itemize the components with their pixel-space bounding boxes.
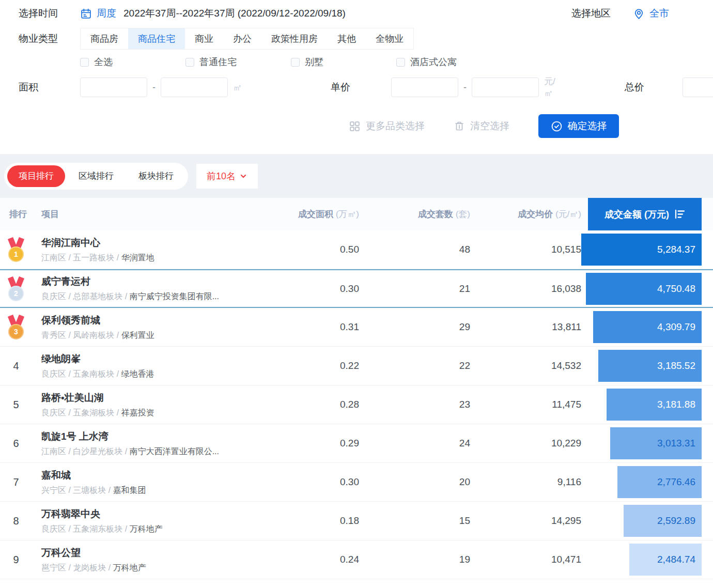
property-type-tab-4[interactable]: 政策性用房: [261, 28, 328, 49]
ranking-tab-2[interactable]: 板块排行: [127, 165, 185, 187]
checkbox-box-icon[interactable]: [396, 58, 405, 67]
property-type-tab-6[interactable]: 全物业: [366, 28, 413, 49]
ranking-tab-1[interactable]: 区域排行: [67, 165, 125, 187]
project-name: 威宁青运村: [41, 275, 271, 288]
subtype-checkbox-1[interactable]: 普通住宅: [185, 56, 291, 68]
rank-number: 7: [13, 476, 19, 488]
deal-count-value: 22: [359, 360, 470, 372]
unit-price-max-input[interactable]: [472, 78, 539, 97]
deal-area-value: 0.50: [271, 244, 359, 255]
project-subtitle: 良庆区 / 五象湖东板块 / 万科地产: [41, 524, 271, 535]
area-max-input[interactable]: [161, 78, 228, 97]
amount-bar: 3,185.52: [598, 350, 702, 382]
property-type-tab-2[interactable]: 商业: [185, 28, 223, 49]
rank-cell: 6: [0, 438, 32, 450]
checkbox-box-icon[interactable]: [291, 58, 300, 67]
checkbox-box-icon[interactable]: [185, 58, 194, 67]
deal-count-value: 20: [359, 476, 470, 488]
table-row[interactable]: 5路桥•壮美山湖良庆区 / 五象湖板块 / 祥嘉投资0.282311,4753,…: [0, 385, 713, 424]
amount-cell: 4,750.48: [581, 270, 702, 307]
unit-price-min-input[interactable]: [391, 78, 458, 97]
avg-price-value: 11,475: [470, 399, 581, 410]
checkbox-box-icon[interactable]: [80, 58, 89, 67]
check-circle-icon: [551, 120, 563, 132]
amount-cell: 2,592.89: [581, 502, 702, 540]
top-n-dropdown[interactable]: 前10名: [196, 164, 258, 189]
deal-area-value: 0.30: [271, 476, 359, 488]
rank-number: 5: [13, 399, 19, 410]
subtype-checkbox-0[interactable]: 全选: [80, 56, 185, 68]
time-range-value[interactable]: 2022年37周--2022年37周 (2022/09/12-2022/09/1…: [123, 7, 346, 20]
subtype-checkbox-2[interactable]: 别墅: [291, 56, 396, 68]
avg-price-value: 13,811: [470, 321, 581, 333]
table-row[interactable]: 9万科公望邕宁区 / 龙岗板块 / 万科地产0.241910,4712,484.…: [0, 540, 713, 579]
confirm-selection-button[interactable]: 确定选择: [538, 114, 619, 138]
medal-rank-number: 3: [8, 324, 24, 339]
count-column-header: 成交套数 (套): [359, 208, 470, 220]
table-row[interactable]: 2威宁青运村良庆区 / 总部基地板块 / 南宁威宁投资集团有限...0.3021…: [0, 269, 713, 308]
deal-count-value: 23: [359, 399, 470, 410]
table-row[interactable]: 8万科翡翠中央良庆区 / 五象湖东板块 / 万科地产0.181514,2952,…: [0, 502, 713, 540]
deal-area-value: 0.29: [271, 438, 359, 449]
property-type-tab-3[interactable]: 办公: [223, 28, 261, 49]
project-subtitle: 青秀区 / 凤岭南板块 / 保利置业: [41, 330, 271, 341]
subtype-checkbox-3[interactable]: 酒店式公寓: [396, 56, 502, 68]
more-categories-button[interactable]: 更多品类选择: [349, 119, 425, 133]
project-developer: 华润置地: [121, 253, 154, 262]
project-location: 兴宁区 / 三塘板块 /: [41, 486, 113, 494]
amount-bar: 3,181.88: [607, 389, 702, 421]
rank-cell: 9: [0, 554, 32, 566]
area-range-separator: -: [152, 82, 156, 93]
clear-selection-label: 清空选择: [470, 119, 509, 133]
ranking-tab-0[interactable]: 项目排行: [7, 165, 65, 187]
project-cell: 凯旋1号 上水湾江南区 / 白沙星光板块 / 南宁大西洋置业有限公...: [32, 430, 271, 457]
amount-bar: 4,309.79: [593, 311, 702, 343]
project-name: 路桥•壮美山湖: [41, 391, 271, 405]
project-subtitle: 良庆区 / 总部基地板块 / 南宁威宁投资集团有限...: [41, 291, 271, 302]
amount-column-header[interactable]: 成交金额 (万元): [588, 198, 702, 230]
table-row[interactable]: 7嘉和城兴宁区 / 三塘板块 / 嘉和集团0.30209,1162,776.46: [0, 463, 713, 502]
deal-area-value: 0.22: [271, 360, 359, 372]
project-name: 绿地朗峯: [41, 352, 271, 366]
time-mode-selector[interactable]: 周度: [97, 7, 116, 20]
clear-selection-button[interactable]: 清空选择: [454, 119, 509, 133]
ranking-tabs-band: 项目排行区域排行板块排行 前10名: [0, 154, 713, 198]
amount-cell: 3,013.31: [581, 424, 702, 462]
area-unit-label: ㎡: [233, 82, 242, 94]
count-column-unit: (套): [456, 209, 470, 219]
location-pin-icon[interactable]: [632, 7, 645, 20]
checkbox-label: 酒店式公寓: [410, 56, 457, 68]
avg-price-value: 10,229: [470, 438, 581, 449]
property-type-tab-0[interactable]: 商品房: [81, 28, 128, 49]
project-cell: 路桥•壮美山湖良庆区 / 五象湖板块 / 祥嘉投资: [32, 391, 271, 419]
sort-descending-icon: [674, 209, 685, 219]
project-name: 凯旋1号 上水湾: [41, 430, 271, 443]
rank-cell: 1: [0, 237, 32, 262]
region-value[interactable]: 全市: [649, 7, 669, 20]
project-subtitle: 良庆区 / 五象南板块 / 绿地香港: [41, 369, 271, 380]
table-header: 排行 项目 成交面积 (万㎡) 成交套数 (套) 成交均价 (元/㎡) 成交金额…: [0, 198, 713, 230]
avg-price-value: 14,295: [470, 515, 581, 527]
chevron-down-icon: [239, 172, 247, 180]
amount-cell: 5,284.37: [581, 230, 702, 269]
project-developer: 南宁大西洋置业有限公...: [130, 447, 219, 456]
property-type-tab-1[interactable]: 商品住宅: [128, 28, 185, 49]
region-filter-label: 选择地区: [571, 7, 611, 20]
table-body: 1华润江南中心江南区 / 五一路板块 / 华润置地0.504810,5155,2…: [0, 230, 713, 579]
project-location: 江南区 / 白沙星光板块 /: [41, 447, 130, 456]
amount-bar: 4,750.48: [586, 273, 702, 305]
more-categories-label: 更多品类选择: [366, 119, 425, 133]
rank-cell: 2: [0, 276, 32, 301]
property-type-tab-5[interactable]: 其他: [328, 28, 366, 49]
table-row[interactable]: 1华润江南中心江南区 / 五一路板块 / 华润置地0.504810,5155,2…: [0, 230, 713, 269]
table-row[interactable]: 4绿地朗峯良庆区 / 五象南板块 / 绿地香港0.222214,5323,185…: [0, 347, 713, 385]
deal-count-value: 48: [359, 244, 470, 255]
amount-bar: 2,484.74: [629, 544, 702, 576]
total-price-min-input[interactable]: [683, 78, 713, 97]
area-min-input[interactable]: [80, 78, 147, 97]
calendar-icon[interactable]: [80, 8, 92, 20]
table-row[interactable]: 3保利领秀前城青秀区 / 凤岭南板块 / 保利置业0.312913,8114,3…: [0, 308, 713, 347]
table-row[interactable]: 6凯旋1号 上水湾江南区 / 白沙星光板块 / 南宁大西洋置业有限公...0.2…: [0, 424, 713, 463]
project-location: 青秀区 / 凤岭南板块 /: [41, 331, 121, 339]
project-location: 良庆区 / 五象南板块 /: [41, 369, 121, 378]
